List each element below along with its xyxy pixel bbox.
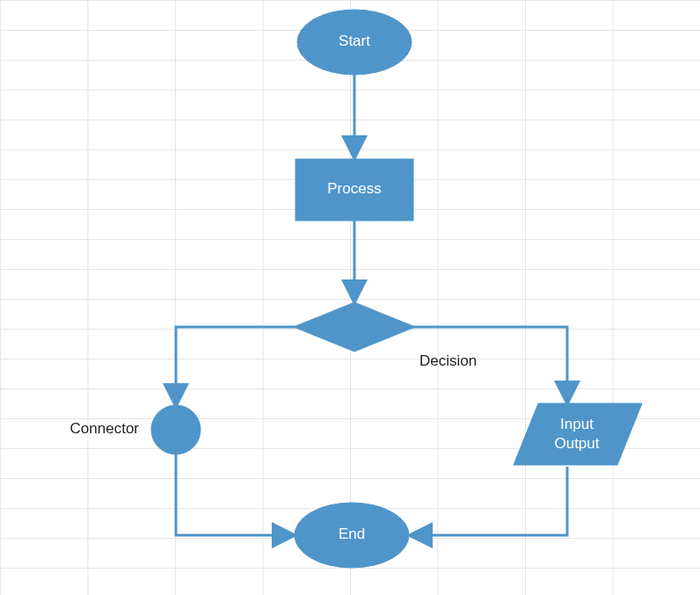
edge-decision-connector: [176, 327, 296, 404]
process-node[interactable]: Process: [295, 159, 413, 221]
svg-marker-4: [514, 403, 642, 465]
svg-point-0: [297, 10, 412, 75]
svg-point-5: [295, 503, 409, 568]
start-node[interactable]: Start: [297, 10, 412, 75]
end-node[interactable]: End: [295, 503, 409, 568]
edge-connector-end: [176, 454, 293, 535]
svg-point-3: [151, 405, 201, 454]
io-node[interactable]: Input Output: [514, 403, 642, 465]
connector-node[interactable]: Connector: [70, 405, 201, 454]
flowchart-canvas: Start Process Decision Connector Input O…: [0, 0, 700, 595]
edge-decision-io: [412, 327, 567, 402]
edge-io-end: [412, 467, 567, 535]
svg-rect-1: [295, 159, 413, 221]
flowchart-svg: Start Process Decision Connector Input O…: [0, 0, 700, 595]
connector-label: Connector: [70, 420, 140, 437]
svg-marker-2: [294, 302, 415, 352]
decision-label: Decision: [419, 352, 477, 369]
decision-node[interactable]: Decision: [294, 302, 477, 369]
